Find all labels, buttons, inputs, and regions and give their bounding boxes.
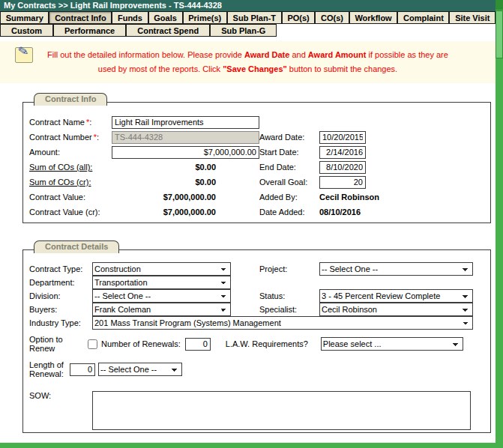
- department-label: Department:: [29, 278, 92, 287]
- sum-cos-all-link[interactable]: Sum of COs (all):: [29, 163, 112, 172]
- tab-cos[interactable]: CO(s): [315, 11, 349, 24]
- contract-info-section: Contract Info Contract Name*: Contract N…: [22, 102, 491, 223]
- award-date-label: Award Date:: [259, 133, 319, 142]
- tab-contract-info[interactable]: Contract Info: [49, 11, 112, 24]
- contract-value-cr-label: Contract Value (cr):: [29, 208, 112, 217]
- scrollbar-thumb[interactable]: [496, 10, 503, 58]
- tab-goals[interactable]: Goals: [148, 11, 183, 24]
- sow-label: SOW:: [29, 391, 92, 400]
- note-pencil-icon: ✎: [15, 47, 33, 63]
- bottom-bar: [0, 443, 503, 448]
- end-date-label: End Date:: [259, 163, 319, 172]
- start-date-input[interactable]: [319, 146, 366, 159]
- law-requirements-label: L.A.W. Requirements?: [226, 339, 308, 348]
- contract-value-cr-value: $7,000,000.00: [112, 208, 259, 217]
- end-date-input[interactable]: [319, 161, 366, 174]
- sum-cos-all-value: $0.00: [112, 163, 259, 172]
- tab-custom[interactable]: Custom: [0, 24, 53, 37]
- tab-primes[interactable]: Prime(s): [183, 11, 227, 24]
- tab-sub-plan-t[interactable]: Sub Plan-T: [227, 11, 282, 24]
- buyers-row: Buyers: Frank Coleman Specialist: Cecil …: [29, 303, 486, 316]
- sum-cos-all-row: Sum of COs (all): $0.00 End Date:: [29, 160, 486, 175]
- tab-sub-plan-g[interactable]: Sub Plan-G: [210, 24, 277, 37]
- overall-goal-input[interactable]: [319, 176, 366, 189]
- amount-input[interactable]: [112, 146, 259, 159]
- tab-contract-spend[interactable]: Contract Spend: [126, 24, 210, 37]
- option-to-renew-row: Option to Renew Number of Renewals: L.A.…: [29, 333, 486, 355]
- contract-name-label: Contract Name*:: [29, 118, 112, 127]
- tab-performance[interactable]: Performance: [53, 24, 126, 37]
- specialist-select[interactable]: Cecil Robinson: [319, 303, 473, 316]
- contract-value-cr-row: Contract Value (cr): $7,000,000.00 Date …: [29, 205, 486, 220]
- length-of-renewal-input[interactable]: [70, 363, 95, 376]
- added-by-label: Added By:: [259, 193, 319, 202]
- sow-textarea[interactable]: [92, 391, 471, 430]
- project-label: Project:: [259, 264, 319, 273]
- tab-site-visit[interactable]: Site Visit: [449, 11, 496, 24]
- date-added-value: 08/10/2016: [319, 208, 361, 217]
- industry-type-select[interactable]: 201 Mass Transit Program (Systems) Manag…: [92, 316, 473, 330]
- tab-pos[interactable]: PO(s): [282, 11, 316, 24]
- buyers-select[interactable]: Frank Coleman: [92, 303, 231, 316]
- contract-details-legend: Contract Details: [34, 240, 119, 253]
- date-added-label: Date Added:: [259, 208, 319, 217]
- vertical-scrollbar[interactable]: [496, 0, 503, 448]
- law-requirements-select[interactable]: Please select ...: [321, 337, 463, 351]
- contract-type-label: Contract Type:: [29, 264, 92, 273]
- contract-number-row: Contract Number*: Award Date:: [29, 130, 486, 145]
- tab-workflow[interactable]: Workflow: [349, 11, 398, 24]
- notice-award-amount: Award Amount: [308, 50, 367, 59]
- notice-save-changes: "Save Changes": [223, 64, 287, 73]
- division-label: Division:: [29, 291, 92, 300]
- notice-text: Fill out the detailed information below.…: [43, 48, 452, 76]
- buyers-label: Buyers:: [29, 305, 92, 314]
- start-date-label: Start Date:: [259, 148, 319, 157]
- sum-cos-cr-value: $0.00: [112, 178, 259, 187]
- division-row: Division: -- Select One -- Status: 3 - 4…: [29, 289, 486, 303]
- added-by-value: Cecil Robinson: [319, 193, 379, 202]
- option-to-renew-checkbox[interactable]: [88, 339, 97, 349]
- contract-type-select[interactable]: Construction: [92, 262, 231, 276]
- department-row: Department: Transportation: [29, 276, 486, 289]
- tab-complaint[interactable]: Complaint: [397, 11, 449, 24]
- amount-row: Amount: Start Date:: [29, 145, 486, 160]
- industry-type-row: Industry Type: 201 Mass Transit Program …: [29, 316, 486, 330]
- status-select[interactable]: 3 - 45 Percent Review Complete: [319, 289, 473, 303]
- sum-cos-cr-link[interactable]: Sum of COs (cr):: [29, 178, 112, 187]
- notice-banner: Fill out the detailed information below.…: [0, 41, 496, 83]
- length-of-renewal-label: Length of Renewal:: [29, 360, 70, 378]
- tab-funds[interactable]: Funds: [112, 11, 148, 24]
- specialist-label: Specialist:: [259, 305, 319, 314]
- division-select[interactable]: -- Select One --: [92, 289, 231, 303]
- number-of-renewals-label: Number of Renewals:: [101, 339, 181, 348]
- number-of-renewals-input[interactable]: [185, 338, 211, 351]
- amount-label: Amount:: [29, 148, 112, 157]
- tab-bar-secondary: Custom Performance Contract Spend Sub Pl…: [0, 24, 277, 37]
- option-to-renew-label: Option to Renew: [29, 335, 82, 353]
- length-of-renewal-unit-select[interactable]: -- Select One --: [98, 363, 182, 376]
- contract-value-value: $7,000,000.00: [112, 193, 259, 202]
- overall-goal-label: Overall Goal:: [259, 178, 319, 187]
- contract-type-row: Contract Type: Construction Project: -- …: [29, 262, 486, 276]
- tab-summary[interactable]: Summary: [0, 11, 49, 24]
- industry-type-label: Industry Type:: [29, 318, 92, 327]
- tab-bar-primary: Summary Contract Info Funds Goals Prime(…: [0, 11, 496, 24]
- contract-info-legend: Contract Info: [34, 93, 107, 106]
- contract-name-row: Contract Name*:: [29, 115, 486, 130]
- sum-cos-cr-row: Sum of COs (cr): $0.00 Overall Goal:: [29, 175, 486, 190]
- contract-number-input: [112, 131, 259, 144]
- scroll-up-button[interactable]: [496, 0, 503, 10]
- contract-name-input[interactable]: [112, 116, 259, 129]
- breadcrumb: My Contracts >> Light Rail Improvements …: [0, 0, 496, 11]
- contract-details-section: Contract Details Contract Type: Construc…: [22, 249, 491, 433]
- project-select[interactable]: -- Select One --: [319, 262, 473, 276]
- contract-value-row: Contract Value: $7,000,000.00 Added By: …: [29, 190, 486, 205]
- contract-number-label: Contract Number*:: [29, 133, 112, 142]
- award-date-input[interactable]: [319, 131, 366, 144]
- notice-award-date: Award Date: [244, 50, 289, 59]
- sow-row: SOW:: [29, 391, 486, 435]
- contract-page: My Contracts >> Light Rail Improvements …: [0, 0, 503, 448]
- contract-value-label: Contract Value:: [29, 193, 112, 202]
- department-select[interactable]: Transportation: [92, 276, 231, 289]
- status-label: Status:: [259, 291, 319, 300]
